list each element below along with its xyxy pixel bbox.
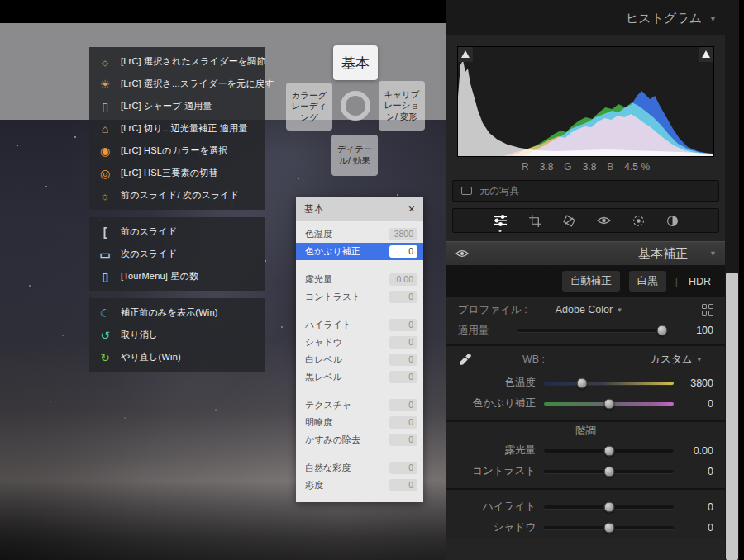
popup-row-label: かすみの除去 [305,434,360,446]
shadows-slider-value[interactable]: 0 [674,522,713,534]
menu-item-star-count[interactable]: ▯ [TourMenu] 星の数 [89,265,265,287]
collapse-triangle-icon[interactable]: ▼ [709,249,717,258]
menu-item-vignette-amount[interactable]: ⌂ [LrC] 切り...辺光量補正 適用量 [89,117,265,140]
amount-slider-track[interactable] [517,329,665,332]
wb-selected: カスタム [650,353,692,367]
menu-item-prev-slide[interactable]: [ 前のスライド [89,221,265,243]
menu-item-prev-next-slide[interactable]: ☼ 前のスライド/ 次のスライド [89,184,265,206]
menu-group-slides: [ 前のスライド ▭ 次のスライド ▯ [TourMenu] 星の数 [89,217,265,291]
amount-row: 適用量 100 [446,320,725,344]
popup-row-highlights[interactable]: ハイライト 0 [296,316,423,334]
popup-row-temp[interactable]: 色温度 3800 [296,225,423,243]
close-icon[interactable]: × [408,202,415,216]
menu-item-hsl-color[interactable]: ◉ [LrC] HSLのカラーを選択 [89,140,265,162]
lightroom-window: ☼ [LrC] 選択されたスライダーを調節 ☀ [LrC] 選択さ...スライダ… [0,0,744,560]
highlights-slider-value[interactable]: 0 [674,501,713,513]
navigator-basic[interactable]: 基本 [333,45,378,80]
popup-row-dehaze[interactable]: かすみの除去 0 [296,431,423,448]
tool-strip [452,208,719,233]
panel-enable-eye-icon[interactable] [455,249,469,259]
popup-row-blacks[interactable]: 黒レベル 0 [296,368,423,386]
basic-popup-header: 基本 × [296,197,423,221]
g-label: G [564,161,571,173]
divider [296,260,423,271]
temp-slider-track[interactable] [544,382,674,385]
tone-section-label: 階調 [446,422,725,440]
menu-item-undo[interactable]: ↺ 取り消し [89,324,265,346]
navigator-detail-effects[interactable]: ディテール/ 効果 [331,135,378,176]
menu-item-label: 取り消し [121,329,158,341]
shadows-slider-track[interactable] [544,526,674,529]
scrollbar-thumb[interactable] [726,273,738,560]
heal-tool-icon[interactable] [563,215,575,227]
highlights-slider-thumb[interactable] [603,501,614,512]
popup-row-texture[interactable]: テクスチャ 0 [296,396,423,414]
popup-row-value: 0 [389,462,417,474]
hdr-button[interactable]: HDR [687,273,713,291]
menu-item-redo[interactable]: ↻ やり直し(Win) [89,346,265,368]
amount-value[interactable]: 100 [674,325,713,336]
shadows-slider-thumb[interactable] [603,522,614,533]
popup-row-value: 0 [389,371,417,383]
mask-tool-icon[interactable] [632,215,645,227]
contrast-slider-value[interactable]: 0 [674,466,713,477]
popup-row-tint-selected[interactable]: 色かぶり補正 0 [296,243,423,260]
tint-slider-thumb[interactable] [603,398,614,409]
collapse-triangle-icon[interactable]: ▼ [709,15,717,23]
navigator-color-grading[interactable]: カラーグレーディング [286,83,332,131]
next-slide-icon: ▭ [98,249,112,260]
amount-slider-thumb[interactable] [657,325,668,336]
menu-item-hsl-toggle[interactable]: ◎ [LrC] HSL三要素の切替 [89,162,265,184]
midi-command-menu: ☼ [LrC] 選択されたスライダーを調節 ☀ [LrC] 選択さ...スライダ… [89,47,265,379]
basic-panel-title: 基本補正 [638,246,688,262]
crop-tool-icon[interactable] [529,215,541,227]
profile-browser-icon[interactable] [702,304,713,316]
popup-row-vibrance[interactable]: 自然な彩度 0 [296,459,423,477]
popup-row-saturation[interactable]: 彩度 0 [296,477,423,494]
profile-value-dropdown[interactable]: Adobe Color [556,304,613,316]
profile-label: プロファイル : [458,303,527,317]
popup-row-whites[interactable]: 白レベル 0 [296,351,423,368]
contrast-slider-thumb[interactable] [603,466,614,477]
temp-slider-label: 色温度 [458,376,544,390]
popup-row-label: 自然な彩度 [305,462,351,474]
contrast-slider-track[interactable] [544,470,674,473]
menu-item-label: 補正前のみを表示(Win) [121,306,218,319]
red-eye-tool-icon[interactable] [597,216,611,225]
temp-slider-thumb[interactable] [576,377,587,388]
tint-slider-value[interactable]: 0 [674,398,713,410]
popup-row-shadows[interactable]: シャドウ 0 [296,334,423,351]
star-count-icon: ▯ [98,271,112,282]
popup-row-value: 0.00 [389,273,417,286]
histogram-title: ヒストグラム [626,11,702,26]
menu-item-next-slide[interactable]: ▭ 次のスライド [89,243,265,265]
exposure-slider-thumb[interactable] [603,445,614,456]
tint-slider-track[interactable] [544,402,674,406]
menu-item-reset-slider[interactable]: ☀ [LrC] 選択さ...スライダーを元に戻す [89,73,265,95]
popup-row-value: 0 [389,336,417,349]
original-photo-bar[interactable]: 元の写真 [452,180,719,202]
popup-row-value: 3800 [389,228,417,240]
exposure-slider-value[interactable]: 0.00 [674,445,713,457]
highlights-slider-track[interactable] [544,505,674,509]
bw-button[interactable]: 白黒 [629,271,666,292]
popup-row-value: 0 [389,291,417,303]
popup-row-label: 明瞭度 [305,416,332,429]
edit-sliders-tool-icon[interactable] [493,215,508,226]
temp-slider-value[interactable]: 3800 [674,377,713,389]
menu-item-adjust-slider[interactable]: ☼ [LrC] 選択されたスライダーを調節 [89,50,265,73]
histogram-header: ヒストグラム ▼ [446,0,725,35]
popup-row-exposure[interactable]: 露光量 0.00 [296,271,423,288]
panel-scrollbar[interactable] [725,0,739,560]
preset-tool-icon[interactable] [666,215,679,227]
navigator-calibration[interactable]: キャリブレーション/ 変形 [379,81,425,131]
popup-row-contrast[interactable]: コントラスト 0 [296,288,423,306]
eyedropper-icon[interactable] [459,354,471,366]
exposure-slider-track[interactable] [544,449,674,453]
auto-correct-button[interactable]: 自動補正 [562,271,620,292]
histogram[interactable] [457,46,714,157]
menu-item-sharpen-amount[interactable]: ▯ [LrC] シャープ 適用量 [89,95,265,117]
menu-item-show-before[interactable]: ☾ 補正前のみを表示(Win) [89,301,265,324]
popup-row-clarity[interactable]: 明瞭度 0 [296,414,423,431]
wb-value-dropdown[interactable]: カスタム ▾ [650,353,713,367]
